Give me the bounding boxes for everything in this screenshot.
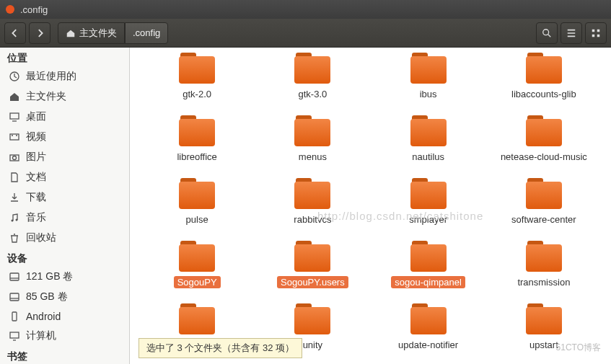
sidebar-item-devices-0[interactable]: 121 GB 卷 [0, 267, 129, 287]
sidebar-item-label: 121 GB 卷 [26, 270, 73, 283]
folder-item[interactable]: update-notifier [374, 301, 483, 351]
disk-icon [9, 291, 20, 303]
item-label: nautilus [408, 151, 448, 163]
list-icon [566, 28, 576, 38]
sidebar-item-places-1[interactable]: 主文件夹 [0, 86, 129, 107]
close-icon[interactable] [6, 5, 14, 14]
path-bar: 主文件夹 .config [58, 22, 168, 44]
item-label: libreoffice [173, 151, 220, 163]
folder-item[interactable]: smplayer [374, 176, 483, 226]
sidebar-item-label: 桌面 [26, 110, 46, 123]
view-list-button[interactable] [561, 22, 582, 44]
sidebar-item-label: 图片 [26, 151, 46, 164]
folder-item[interactable]: software-center [490, 176, 598, 226]
item-label: pulse [183, 213, 212, 226]
sidebar: 位置 最近使用的主文件夹桌面视频图片文档下载音乐回收站 设备 121 GB 卷8… [0, 48, 130, 364]
folder-item[interactable]: libreoffice [143, 113, 251, 163]
content-area[interactable]: http://blog.csdn.net/catshitone gtk-2.0g… [130, 48, 611, 364]
back-button[interactable] [4, 22, 26, 44]
folder-item[interactable]: gtk-2.0 [143, 50, 251, 100]
sidebar-item-label: 视频 [26, 130, 46, 143]
svg-point-12 [12, 220, 14, 222]
chevron-right-icon [35, 29, 44, 37]
item-label: netease-cloud-music [497, 151, 591, 163]
camera-icon [9, 151, 20, 163]
folder-icon [408, 113, 449, 148]
music-icon [9, 212, 20, 223]
devices-header: 设备 [0, 248, 129, 267]
icon-grid: gtk-2.0gtk-3.0ibuslibaccounts-gliblibreo… [130, 48, 611, 364]
folder-item[interactable]: netease-cloud-music [490, 113, 598, 163]
path-home[interactable]: 主文件夹 [58, 22, 125, 44]
folder-item[interactable]: menus [258, 113, 366, 163]
folder-icon [176, 113, 218, 148]
folder-icon [408, 176, 449, 210]
folder-item[interactable]: gtk-3.0 [258, 50, 366, 100]
folder-icon [523, 239, 565, 273]
sidebar-item-label: 计算机 [26, 329, 56, 342]
folder-item[interactable]: nautilus [374, 113, 483, 163]
folder-item[interactable]: rabbitvcs [258, 176, 366, 226]
clock-icon [9, 71, 20, 82]
sidebar-item-places-8[interactable]: 回收站 [0, 228, 129, 248]
item-label: SogouPY [174, 276, 221, 288]
folder-item[interactable]: pulse [143, 176, 251, 226]
item-label: gtk-2.0 [179, 88, 215, 100]
disk-icon [9, 271, 20, 283]
phone-icon [9, 311, 20, 322]
sidebar-item-label: 回收站 [26, 231, 56, 244]
folder-item[interactable]: transmission [490, 239, 598, 288]
folder-item[interactable]: SogouPY.users [258, 239, 366, 288]
svg-rect-16 [12, 312, 17, 321]
folder-item[interactable]: ibus [374, 50, 483, 100]
forward-button[interactable] [29, 22, 50, 44]
sidebar-item-places-4[interactable]: 图片 [0, 147, 129, 167]
sidebar-item-places-5[interactable]: 文档 [0, 167, 129, 187]
sidebar-item-devices-1[interactable]: 85 GB 卷 [0, 287, 129, 307]
sidebar-item-devices-3[interactable]: 计算机 [0, 326, 129, 346]
item-label: SogouPY.users [277, 276, 348, 288]
places-header: 位置 [0, 48, 129, 66]
folder-item[interactable]: SogouPY [143, 239, 251, 288]
sidebar-item-label: 下载 [26, 191, 46, 204]
folder-item[interactable]: upstart [490, 301, 598, 351]
sidebar-item-label: 主文件夹 [26, 90, 66, 103]
folder-icon [408, 301, 449, 336]
sidebar-item-places-6[interactable]: 下载 [0, 187, 129, 208]
folder-icon [408, 50, 449, 85]
sidebar-item-places-3[interactable]: 视频 [0, 127, 129, 147]
sidebar-item-label: 文档 [26, 171, 46, 184]
svg-rect-14 [10, 273, 19, 280]
sidebar-item-places-0[interactable]: 最近使用的 [0, 66, 129, 86]
item-label: update-notifier [395, 339, 462, 351]
folder-icon [291, 113, 333, 148]
sidebar-item-label: Android [26, 311, 61, 322]
sidebar-item-label: 最近使用的 [26, 70, 76, 83]
item-label: rabbitvcs [290, 213, 335, 226]
path-current[interactable]: .config [125, 22, 168, 44]
trash-icon [9, 232, 20, 244]
item-label: smplayer [405, 213, 451, 226]
sidebar-item-places-2[interactable]: 桌面 [0, 107, 129, 127]
view-grid-button[interactable] [585, 22, 607, 44]
toolbar: 主文件夹 .config [0, 19, 611, 48]
folder-icon [408, 239, 449, 273]
home-icon [9, 91, 20, 102]
folder-icon [176, 239, 218, 273]
download-icon [9, 192, 20, 203]
sidebar-item-places-7[interactable]: 音乐 [0, 208, 129, 228]
sidebar-item-devices-2[interactable]: Android [0, 307, 129, 326]
search-button[interactable] [536, 22, 558, 44]
svg-rect-3 [592, 34, 595, 37]
folder-item[interactable]: sogou-qimpanel [374, 239, 483, 288]
svg-rect-17 [10, 332, 19, 338]
sidebar-item-label: 85 GB 卷 [26, 290, 68, 303]
folder-icon [523, 176, 565, 210]
folder-item[interactable]: libaccounts-glib [490, 50, 598, 100]
folder-icon [176, 301, 218, 336]
svg-rect-2 [597, 29, 600, 32]
titlebar: .config [0, 0, 611, 19]
svg-rect-7 [10, 134, 19, 140]
item-label: gtk-3.0 [295, 88, 331, 100]
search-icon [542, 28, 552, 38]
